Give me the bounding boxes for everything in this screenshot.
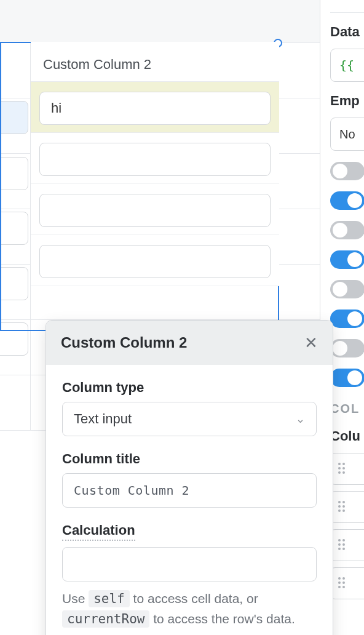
toggles-list [330,162,364,387]
column-title-input[interactable]: Custom Column 2 [62,473,317,508]
popover-header: Custom Column 2 ✕ [46,321,333,365]
adjacent-cell-input[interactable] [0,267,28,300]
cell-row-1 [31,82,279,133]
columns-sublabel: Colu [330,428,364,444]
calculation-help-text: Use self to access cell data, or current… [62,589,317,629]
selected-column: Custom Column 2 [31,42,279,286]
popover-title: Custom Column 2 [61,334,187,351]
column-list-item[interactable] [330,453,364,485]
data-label: Data [330,24,364,40]
toggle-1[interactable] [330,162,364,180]
adjacent-cell-input[interactable] [0,212,28,245]
cell-row-4 [31,235,279,286]
divider [330,12,364,13]
empty-value: No [339,127,355,142]
help-code-currentrow: currentRow [62,610,149,628]
adjacent-cell-input[interactable] [0,322,28,356]
column-header-label: Custom Column 2 [43,57,151,72]
data-expression-input[interactable]: {{ [330,49,364,82]
calculation-input[interactable] [62,547,317,581]
column-settings-popover: Custom Column 2 ✕ Column type Text input… [46,320,333,635]
column-list-item[interactable] [330,567,364,599]
close-icon[interactable]: ✕ [304,335,318,351]
toggle-7[interactable] [330,339,364,357]
drag-handle-icon[interactable] [338,501,350,513]
column-list-item[interactable] [330,529,364,561]
adjacent-cell-input[interactable] [0,157,28,190]
column-type-label: Column type [62,380,317,396]
column-type-select[interactable]: Text input ⌄ [62,402,317,436]
cell-input[interactable] [39,194,271,227]
toggle-3[interactable] [330,221,364,239]
toggle-5[interactable] [330,280,364,298]
calculation-label: Calculation [62,522,135,541]
adjacent-cell-input[interactable] [0,101,28,134]
cell-input[interactable] [39,245,271,278]
help-code-self: self [89,590,130,607]
columns-section-label: COL [330,402,364,416]
column-title-label: Column title [62,451,317,467]
toggle-8[interactable] [330,369,364,387]
column-title-value: Custom Column 2 [74,483,189,498]
cell-row-3 [31,184,279,235]
drag-handle-icon[interactable] [338,463,350,475]
expression-braces: {{ [339,58,354,73]
column-type-value: Text input [74,411,132,427]
toggle-4[interactable] [330,250,364,269]
toggle-2[interactable] [330,191,364,210]
cell-row-2 [31,133,279,184]
toggle-6[interactable] [330,310,364,328]
empty-label: Emp [330,93,364,109]
drag-handle-icon[interactable] [338,577,350,589]
cell-input[interactable] [39,143,271,176]
cell-input[interactable] [39,92,271,125]
column-list-item[interactable] [330,491,364,523]
chevron-down-icon: ⌄ [296,412,305,426]
drag-handle-icon[interactable] [338,539,350,551]
empty-select[interactable]: No [330,118,364,151]
column-header[interactable]: Custom Column 2 [31,42,279,82]
